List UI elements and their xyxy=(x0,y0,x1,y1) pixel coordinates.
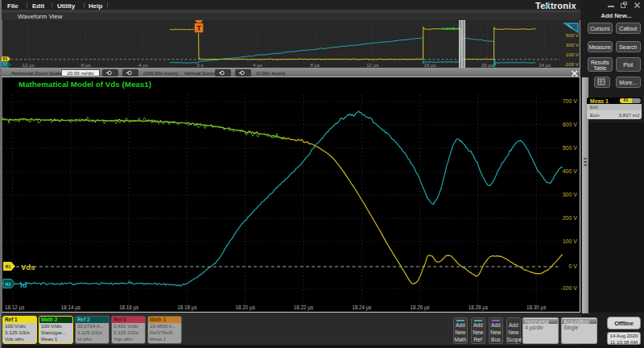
svg-text:-8 µs: -8 µs xyxy=(80,62,91,68)
svg-text:18.30 µs: 18.30 µs xyxy=(526,304,546,311)
svg-text:100 V: 100 V xyxy=(563,238,578,244)
svg-text:18.26 µs: 18.26 µs xyxy=(410,304,429,311)
svg-text:-100 V: -100 V xyxy=(560,285,577,291)
svg-text:18.24 µs: 18.24 µs xyxy=(352,304,371,311)
svg-text:T: T xyxy=(196,24,201,32)
svg-text:24 µs: 24 µs xyxy=(539,62,551,68)
svg-text:20 µs: 20 µs xyxy=(481,62,493,68)
svg-text:0 V: 0 V xyxy=(568,263,577,269)
svg-text:12 µs: 12 µs xyxy=(366,62,378,68)
svg-text:Vds: Vds xyxy=(21,263,35,271)
svg-text:R2: R2 xyxy=(6,282,11,287)
svg-text:4 µs: 4 µs xyxy=(253,62,262,68)
svg-text:18.20 µs: 18.20 µs xyxy=(236,304,255,311)
svg-text:300 V: 300 V xyxy=(563,192,578,197)
svg-text:700 V: 700 V xyxy=(563,98,578,104)
svg-text:500 V: 500 V xyxy=(566,32,580,38)
svg-text:400 V: 400 V xyxy=(563,168,578,174)
svg-text:-100 V: -100 V xyxy=(564,61,580,67)
svg-text:R1: R1 xyxy=(3,57,8,61)
svg-text:-12 µs: -12 µs xyxy=(21,62,35,68)
svg-text:600 V: 600 V xyxy=(563,122,578,127)
svg-text:18.14 µs: 18.14 µs xyxy=(61,304,80,311)
svg-text:18.22 µs: 18.22 µs xyxy=(294,304,313,311)
svg-text:100 V: 100 V xyxy=(566,52,580,57)
svg-text:8 µs: 8 µs xyxy=(310,62,320,68)
svg-text:18.12 µs: 18.12 µs xyxy=(5,304,24,311)
svg-text:R1: R1 xyxy=(6,264,11,269)
svg-text:200 V: 200 V xyxy=(563,215,578,221)
svg-text:18.16 µs: 18.16 µs xyxy=(119,304,138,311)
svg-text:18.28 µs: 18.28 µs xyxy=(469,304,488,311)
svg-text:300 V: 300 V xyxy=(566,42,580,48)
svg-text:18.18 µs: 18.18 µs xyxy=(177,304,196,311)
svg-text:Mathematical Model of Vds (Mea: Mathematical Model of Vds (Meas1) xyxy=(19,80,151,89)
svg-text:R2: R2 xyxy=(3,63,8,67)
svg-text:-4 µs: -4 µs xyxy=(137,62,148,68)
svg-text:Id: Id xyxy=(20,280,27,289)
svg-text:500 V: 500 V xyxy=(563,145,578,151)
